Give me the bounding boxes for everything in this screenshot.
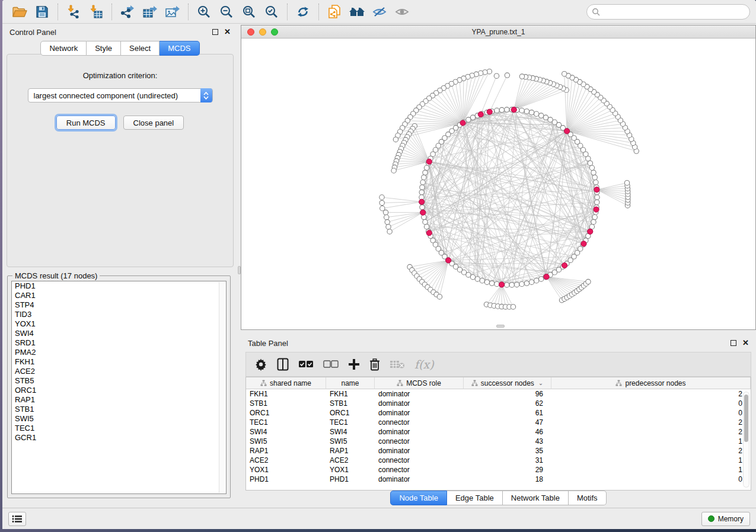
column-header-MCDS-role[interactable]: MCDS role	[375, 377, 464, 389]
add-column-icon[interactable]	[348, 358, 360, 370]
table-row[interactable]: TEC1TEC1connector472	[246, 418, 751, 427]
column-header-name[interactable]: name	[326, 377, 375, 389]
zoom-in-icon[interactable]	[193, 2, 215, 21]
network-window: YPA_prune.txt_1	[241, 25, 756, 330]
table-row[interactable]: SWI4SWI4dominator462	[246, 427, 751, 437]
result-item[interactable]: GCR1	[12, 433, 226, 443]
table-row[interactable]: PHD1PHD1dominator180	[246, 475, 751, 484]
close-icon[interactable]: ✕	[742, 340, 749, 346]
table-row[interactable]: FKH1FKH1dominator962	[246, 389, 751, 399]
result-item[interactable]: TID3	[12, 310, 226, 319]
float-icon[interactable]	[731, 340, 736, 346]
save-session-icon[interactable]	[31, 2, 53, 21]
main-toolbar	[2, 0, 756, 24]
minimize-window-icon[interactable]	[259, 28, 266, 36]
deselect-all-icon[interactable]	[323, 360, 339, 368]
table-row[interactable]: ACE2ACE2connector311	[246, 456, 751, 465]
table-row[interactable]: SWI5SWI5connector431	[246, 437, 751, 446]
table-row[interactable]: YOX1YOX1connector291	[246, 465, 751, 475]
result-scrollbar[interactable]	[219, 282, 225, 493]
tab-node-table[interactable]: Node Table	[390, 491, 447, 505]
result-item[interactable]: YOX1	[12, 319, 226, 329]
hide-selected-icon[interactable]	[368, 2, 391, 21]
result-item[interactable]: RAP1	[12, 395, 226, 405]
tab-edge-table[interactable]: Edge Table	[447, 491, 503, 505]
zoom-fit-icon[interactable]	[238, 2, 260, 21]
toolbar-separator	[58, 4, 58, 20]
result-item[interactable]: STB1	[12, 405, 226, 414]
column-header-successor-nodes[interactable]: successor nodes⌄	[464, 377, 551, 389]
table-scrollbar[interactable]	[743, 392, 749, 488]
result-item[interactable]: SRD1	[12, 338, 226, 348]
table-row[interactable]: RAP1RAP1dominator352	[246, 446, 751, 456]
select-all-icon[interactable]	[298, 360, 314, 368]
node-table-header: shared namenameMCDS rolesuccessor nodes⌄…	[246, 377, 751, 389]
result-item[interactable]: STB5	[12, 376, 226, 386]
open-file-icon[interactable]	[8, 2, 31, 21]
network-window-titlebar[interactable]: YPA_prune.txt_1	[241, 25, 755, 39]
import-network-icon[interactable]	[62, 2, 85, 21]
tab-select[interactable]: Select	[121, 41, 160, 56]
table-panel: Table Panel ✕	[241, 335, 756, 508]
control-panel: Control Panel ✕ NetworkStyleSelectMCDS O…	[2, 24, 238, 508]
column-header-predecessor-nodes[interactable]: predecessor nodes	[551, 377, 751, 389]
export-network-icon[interactable]	[116, 2, 139, 21]
export-table-icon[interactable]	[139, 2, 161, 21]
delete-column-icon[interactable]	[369, 358, 380, 371]
toolbar-separator	[111, 4, 112, 20]
show-columns-icon[interactable]	[277, 358, 289, 371]
run-mcds-button[interactable]: Run MCDS	[56, 116, 116, 130]
task-list-button[interactable]	[8, 512, 26, 526]
close-icon[interactable]: ✕	[224, 29, 231, 35]
mcds-tab-content: Optimization criterion: largest connecte…	[7, 54, 234, 267]
result-item[interactable]: STP4	[12, 300, 226, 310]
network-canvas-svg	[241, 39, 755, 329]
tab-motifs[interactable]: Motifs	[569, 491, 607, 505]
result-item[interactable]: ORC1	[12, 386, 226, 395]
result-item[interactable]: CAR1	[12, 291, 226, 300]
chevron-updown-icon	[200, 88, 212, 102]
network-window-title: YPA_prune.txt_1	[472, 28, 525, 36]
tab-network-table[interactable]: Network Table	[503, 491, 569, 505]
mcds-result-group: MCDS result (17 nodes) PHD1CAR1STP4TID3Y…	[7, 275, 231, 498]
export-image-icon[interactable]	[161, 2, 184, 21]
mcds-result-list[interactable]: PHD1CAR1STP4TID3YOX1SWI4SRD1PMA2FKH1ACE2…	[11, 281, 227, 494]
maximize-window-icon[interactable]	[271, 28, 278, 36]
result-item[interactable]: TEC1	[12, 424, 226, 433]
control-panel-tabs: NetworkStyleSelectMCDS	[2, 41, 238, 56]
criterion-dropdown[interactable]: largest connected component (undirected)	[28, 88, 213, 102]
result-item[interactable]: SWI4	[12, 329, 226, 338]
tab-network[interactable]: Network	[40, 41, 87, 56]
close-panel-button[interactable]: Close panel	[123, 116, 184, 130]
result-item[interactable]: FKH1	[12, 357, 226, 367]
table-options-gear-icon[interactable]	[254, 358, 267, 371]
result-item[interactable]: SWI5	[12, 414, 226, 424]
memory-button-label: Memory	[718, 515, 744, 523]
result-item[interactable]: PMA2	[12, 348, 226, 357]
tab-style[interactable]: Style	[87, 41, 121, 56]
table-scrollbar-thumb[interactable]	[744, 395, 748, 442]
column-header-shared-name[interactable]: shared name	[246, 377, 326, 389]
refresh-icon[interactable]	[292, 2, 314, 21]
clone-network-icon[interactable]	[323, 2, 346, 21]
node-table[interactable]: shared namenameMCDS rolesuccessor nodes⌄…	[245, 377, 751, 491]
float-icon[interactable]	[212, 29, 218, 35]
tab-mcds[interactable]: MCDS	[160, 41, 199, 56]
import-table-icon[interactable]	[85, 2, 107, 21]
memory-button[interactable]: Memory	[701, 512, 750, 526]
table-row[interactable]: STB1STB1dominator620	[246, 399, 751, 408]
result-item[interactable]: PHD1	[12, 281, 226, 291]
zoom-out-icon[interactable]	[215, 2, 238, 21]
table-panel-title: Table Panel	[248, 339, 288, 348]
zoom-selected-icon[interactable]	[260, 2, 283, 21]
home-icon[interactable]	[346, 2, 368, 21]
result-item[interactable]: ACE2	[12, 367, 226, 376]
network-view[interactable]	[241, 39, 755, 329]
close-window-icon[interactable]	[247, 28, 254, 36]
sort-chevron-icon: ⌄	[538, 380, 543, 386]
table-row[interactable]: ORC1ORC1dominator610	[246, 408, 751, 418]
search-input[interactable]	[586, 4, 750, 20]
show-all-icon[interactable]	[391, 2, 413, 21]
toolbar-separator	[318, 4, 319, 20]
network-scroll-grip[interactable]	[496, 325, 505, 328]
